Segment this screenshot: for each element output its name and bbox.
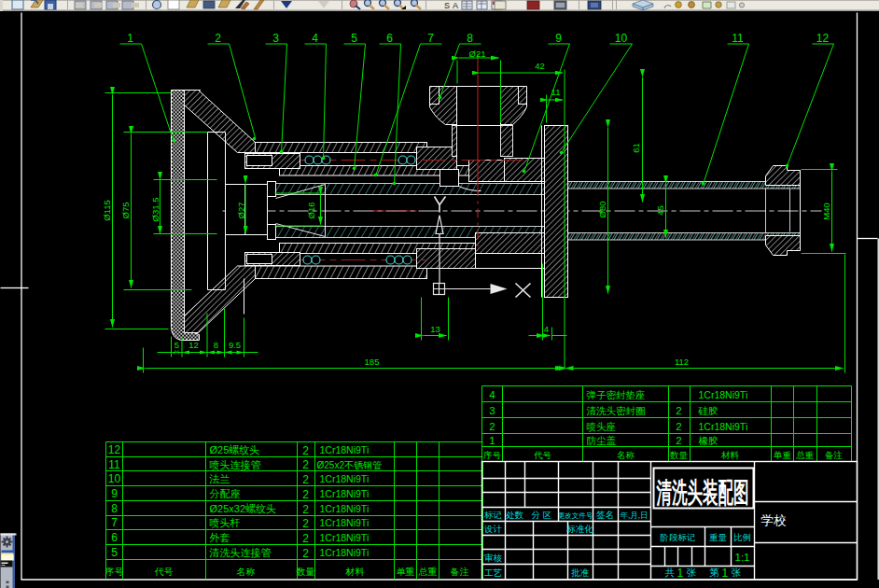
svg-text:11: 11 [108,458,120,471]
svg-text:处数: 处数 [506,510,524,520]
svg-text:9: 9 [111,487,118,500]
svg-text:1Cr18Ni9Ti: 1Cr18Ni9Ti [320,503,370,514]
svg-text:第: 第 [710,567,720,578]
svg-text:61: 61 [631,143,641,153]
svg-text:2: 2 [676,421,681,432]
svg-text:Ø25x2不锈钢管: Ø25x2不锈钢管 [317,460,382,470]
svg-text:硅胶: 硅胶 [698,405,719,416]
svg-text:清洗头连接管: 清洗头连接管 [209,547,272,558]
svg-text:工艺: 工艺 [484,567,503,578]
svg-text:2: 2 [302,517,309,530]
svg-text:1Cr18Ni9Ti: 1Cr18Ni9Ti [320,444,370,455]
svg-text:8: 8 [214,340,218,350]
svg-text:M40: M40 [821,203,831,219]
svg-text:12: 12 [188,340,199,350]
svg-text:7: 7 [111,516,118,529]
svg-text:1: 1 [677,567,684,580]
svg-text:序号: 序号 [483,450,502,460]
svg-text:2: 2 [302,532,309,545]
svg-text:185: 185 [365,357,380,367]
svg-text:张: 张 [687,567,697,578]
svg-text:分 区: 分 区 [531,510,552,520]
svg-text:代号: 代号 [155,567,174,577]
svg-text:喷头座: 喷头座 [587,421,617,432]
svg-text:1Cr18Ni9Ti: 1Cr18Ni9Ti [320,517,370,528]
svg-text:清洗头装配图: 清洗头装配图 [656,477,749,508]
svg-text:2: 2 [302,458,309,471]
svg-text:1: 1 [127,32,133,45]
svg-text:Ø25x32螺纹头: Ø25x32螺纹头 [210,503,277,514]
svg-text:1Cr18Ni9Ti: 1Cr18Ni9Ti [320,547,370,558]
svg-text:代号: 代号 [534,450,552,460]
svg-text:S: S [444,1,450,10]
svg-text:阶段标记: 阶段标记 [661,532,696,542]
svg-text:更改文件号: 更改文件号 [558,511,593,520]
svg-text:1: 1 [489,435,495,446]
svg-text:序号: 序号 [105,567,124,577]
svg-text:设计: 设计 [483,524,503,534]
svg-text:1Cr18Ni9Ti: 1Cr18Ni9Ti [320,532,370,543]
svg-text:12: 12 [816,32,830,45]
svg-text:1Cr18Ni9Ti: 1Cr18Ni9Ti [699,389,748,400]
svg-text:单重: 单重 [773,450,792,460]
svg-text:1Cr18Ni9Ti: 1Cr18Ni9Ti [320,473,370,484]
svg-text:1:1: 1:1 [735,552,750,563]
svg-text:9.5: 9.5 [229,340,241,350]
svg-text:名称: 名称 [237,567,256,577]
svg-text:橡胶: 橡胶 [699,435,719,446]
svg-text:数量: 数量 [670,450,689,460]
svg-text:6: 6 [111,531,118,544]
svg-text:外套: 外套 [210,532,230,543]
svg-text:4: 4 [489,389,495,400]
svg-text:学校: 学校 [761,513,788,527]
svg-text:112: 112 [675,357,689,367]
svg-text:Ø21: Ø21 [469,49,486,59]
svg-text:比例: 比例 [733,532,751,542]
svg-text:Ø75: Ø75 [120,203,131,219]
svg-text:Ø115: Ø115 [102,200,112,221]
svg-text:批准: 批准 [571,567,590,578]
svg-text:喷头连接管: 喷头连接管 [210,459,261,470]
svg-text:8: 8 [111,502,118,515]
svg-text:5: 5 [351,32,357,45]
svg-text:1Cr18Ni9Ti: 1Cr18Ni9Ti [699,421,748,432]
svg-text:分配座: 分配座 [210,488,241,499]
svg-text:10: 10 [108,472,121,485]
svg-text:年,月,日: 年,月,日 [620,511,648,520]
svg-text:A: A [453,1,458,10]
svg-text:Ø80: Ø80 [597,202,607,218]
svg-text:备注: 备注 [825,450,843,460]
svg-text:7: 7 [427,32,434,45]
svg-text:Ø27: Ø27 [236,203,246,219]
svg-text:Ø25螺纹头: Ø25螺纹头 [210,444,260,455]
svg-text:2: 2 [676,405,681,416]
svg-text:总重: 总重 [796,450,815,460]
svg-text:4: 4 [544,324,549,334]
svg-text:42: 42 [535,61,545,71]
svg-text:2: 2 [489,421,495,432]
svg-text:2: 2 [302,444,309,457]
svg-text:弹子密封垫座: 弹子密封垫座 [587,389,646,400]
svg-text:Ø31.5: Ø31.5 [150,198,160,222]
svg-text:8: 8 [467,32,473,45]
svg-text:13: 13 [430,324,440,334]
svg-text:总重: 总重 [419,567,438,577]
svg-text:1Cr18Ni9Ti: 1Cr18Ni9Ti [320,488,370,499]
svg-text:1: 1 [722,567,729,580]
svg-text:9: 9 [555,32,562,45]
svg-text:审核: 审核 [484,553,503,563]
svg-text:5: 5 [111,546,118,559]
svg-text:2: 2 [215,32,221,45]
svg-text:Ø16: Ø16 [306,203,316,219]
svg-text:2: 2 [302,488,309,501]
svg-text:张: 张 [732,567,742,578]
svg-text:11: 11 [551,87,561,97]
svg-text:喷头杆: 喷头杆 [210,517,241,528]
svg-text:11: 11 [732,32,744,45]
svg-text:3: 3 [489,405,495,416]
svg-text:法兰: 法兰 [209,473,230,484]
svg-text:材料: 材料 [345,567,365,577]
svg-text:签名: 签名 [596,510,614,520]
svg-text:45: 45 [655,205,665,216]
svg-text:重量: 重量 [709,532,728,542]
